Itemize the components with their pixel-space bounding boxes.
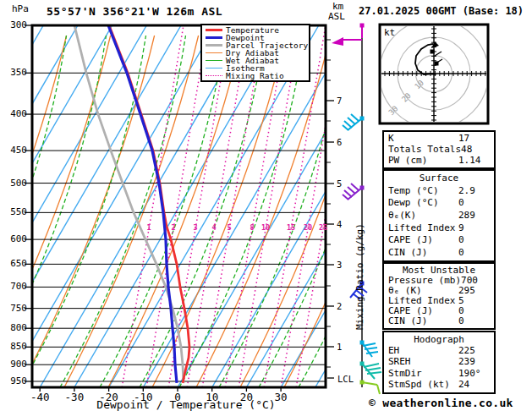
table-header: Surface bbox=[384, 173, 494, 184]
table-row-label: θₑ(K) bbox=[388, 211, 458, 221]
isotherm-line bbox=[6, 25, 216, 387]
dry-adiabat-line bbox=[240, 36, 375, 387]
mixing-ratio-axis-title: Mixing Ratio (g/kg) bbox=[354, 223, 365, 330]
table-row: PW (cm)1.14 bbox=[384, 156, 494, 166]
table-row-label: PW (cm) bbox=[388, 156, 458, 166]
table-row-label: Lifted Index bbox=[388, 223, 458, 233]
table-header: Hodograph bbox=[384, 335, 494, 345]
table-row-value: 225 bbox=[458, 346, 494, 356]
pressure-tick-label: 850 bbox=[2, 342, 27, 351]
altitude-axis-unit-asl: ASL bbox=[328, 11, 345, 22]
isotherm-line bbox=[0, 25, 9, 387]
table-row-label: CAPE (J) bbox=[388, 235, 458, 245]
pressure-tick-label: 450 bbox=[2, 146, 27, 155]
table-row: CIN (J)0 bbox=[384, 316, 494, 326]
hodograph-inset: 102030 bbox=[380, 19, 489, 129]
data-table-most-unstable: Most UnstablePressure (mb)700θₑ (K)295Li… bbox=[382, 262, 496, 330]
mixing-ratio-label: 8 bbox=[245, 224, 259, 232]
mixing-ratio-label: 20 bbox=[301, 224, 315, 232]
watermark: © weatheronline.co.uk bbox=[369, 397, 513, 409]
legend-label: Mixing Ratio bbox=[226, 72, 284, 79]
legend-swatch-dewpoint bbox=[206, 36, 222, 39]
valid-datetime: 27.01.2025 00GMT (Base: 18) bbox=[359, 5, 524, 17]
dry-adiabat-line bbox=[504, 36, 532, 387]
wet-adiabat-line bbox=[497, 36, 532, 387]
legend-swatch-parcel-trajectory bbox=[206, 44, 222, 47]
table-row: StmSpd (kt)24 bbox=[384, 380, 494, 390]
wind-barb bbox=[360, 341, 379, 358]
hodograph-unit-label: kt bbox=[384, 27, 395, 38]
table-row: θₑ(K)289 bbox=[384, 211, 494, 221]
mixing-ratio-label: 1 bbox=[142, 224, 156, 232]
temperature-tick-label: -30 bbox=[58, 391, 91, 403]
mixing-ratio-label: 2 bbox=[167, 224, 180, 232]
legend-swatch-isotherm bbox=[206, 68, 222, 68]
wind-barb bbox=[343, 114, 365, 130]
table-row-label: Dewp (°C) bbox=[388, 198, 458, 208]
legend-swatch-temperature bbox=[206, 29, 222, 31]
km-tick-label: 2 bbox=[337, 303, 342, 310]
mixing-ratio-label: 25 bbox=[316, 224, 330, 232]
table-row-label: StmSpd (kt) bbox=[388, 380, 458, 390]
legend-swatch-mixing-ratio bbox=[206, 75, 222, 76]
mixing-ratio-label: 4 bbox=[207, 224, 221, 232]
table-row: K17 bbox=[384, 134, 494, 144]
wind-barb-column bbox=[332, 24, 381, 395]
table-row-label: EH bbox=[388, 346, 458, 356]
table-row-value: 0 bbox=[458, 235, 494, 245]
pressure-tick-label: 650 bbox=[2, 260, 27, 268]
km-tick-label: 6 bbox=[337, 139, 342, 146]
data-table-surface: SurfaceTemp (°C)2.9Dewp (°C)0θₑ(K)289Lif… bbox=[382, 169, 496, 262]
pressure-tick-label: 350 bbox=[2, 68, 27, 77]
km-tick-label: 5 bbox=[337, 180, 342, 188]
table-row: Lifted Index9 bbox=[384, 223, 494, 233]
temperature-tick-label: 10 bbox=[195, 391, 229, 403]
table-row: EH225 bbox=[384, 346, 494, 356]
pressure-tick-label: 950 bbox=[2, 377, 27, 386]
table-row-value: 17 bbox=[458, 134, 494, 144]
pressure-tick-label: 300 bbox=[2, 21, 27, 30]
wet-adiabat-line bbox=[140, 36, 266, 387]
table-row-label: SREH bbox=[388, 357, 458, 367]
legend-row: Mixing Ratio bbox=[202, 72, 309, 79]
table-row: SREH239 bbox=[384, 357, 494, 367]
temperature-tick-label: 20 bbox=[229, 391, 263, 403]
table-row-value: 0 bbox=[458, 248, 494, 258]
table-row-value: 2.9 bbox=[458, 186, 494, 196]
wind-barb bbox=[360, 381, 381, 395]
table-row-label: Temp (°C) bbox=[388, 186, 458, 196]
sounding-profiles bbox=[74, 25, 189, 383]
temperature-tick-label: -40 bbox=[23, 391, 57, 403]
table-row-value: 1.14 bbox=[458, 156, 494, 166]
mixing-ratio-label: 10 bbox=[259, 224, 272, 232]
table-row-value: 190° bbox=[458, 369, 494, 379]
isotherm-line bbox=[0, 25, 181, 387]
table-row: Totals Totals48 bbox=[384, 145, 494, 155]
table-row-label: CIN (J) bbox=[388, 316, 458, 326]
station-title: 55°57'N 356°21'W 126m ASL bbox=[47, 5, 222, 18]
mixing-ratio-label: 15 bbox=[284, 224, 298, 232]
table-row: Temp (°C)2.9 bbox=[384, 186, 494, 196]
hodograph-level-marker bbox=[431, 50, 435, 54]
table-row-label: Totals Totals bbox=[388, 145, 461, 155]
table-row-value: 24 bbox=[458, 380, 494, 390]
table-row-label: K bbox=[388, 134, 458, 144]
temperature-tick-label: -10 bbox=[126, 391, 160, 403]
data-table-hodograph: HodographEH225SREH239StmDir190°StmSpd (k… bbox=[382, 331, 496, 394]
table-row-value: 0 bbox=[458, 316, 494, 326]
table-row-value: 239 bbox=[458, 357, 494, 367]
pressure-tick-label: 600 bbox=[2, 235, 27, 244]
table-row-value: 289 bbox=[458, 211, 494, 221]
legend-swatch-wet-adiabat bbox=[206, 60, 222, 61]
lcl-label: LCL bbox=[337, 374, 354, 384]
mixing-ratio-label: 3 bbox=[189, 224, 202, 232]
km-tick-label: 4 bbox=[337, 221, 342, 228]
pressure-axis-unit: hPa bbox=[12, 3, 29, 14]
pressure-tick-label: 550 bbox=[2, 208, 27, 216]
km-tick-label: 1 bbox=[337, 343, 342, 351]
pressure-tick-label: 900 bbox=[2, 360, 27, 369]
table-row: CAPE (J)0 bbox=[384, 235, 494, 245]
sounding-chart-page: 102030 hPa 55°57'N 356°21'W 126m ASL km … bbox=[0, 0, 532, 411]
table-row: Dewp (°C)0 bbox=[384, 198, 494, 208]
table-row-value: 9 bbox=[458, 223, 494, 233]
